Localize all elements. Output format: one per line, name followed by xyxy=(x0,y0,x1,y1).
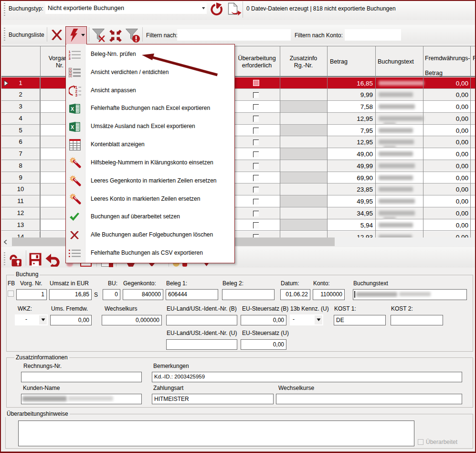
svg-text:3: 3 xyxy=(75,93,78,97)
svg-text:X: X xyxy=(71,106,74,112)
svg-text:3: 3 xyxy=(69,56,71,60)
svg-text:X: X xyxy=(71,124,74,130)
